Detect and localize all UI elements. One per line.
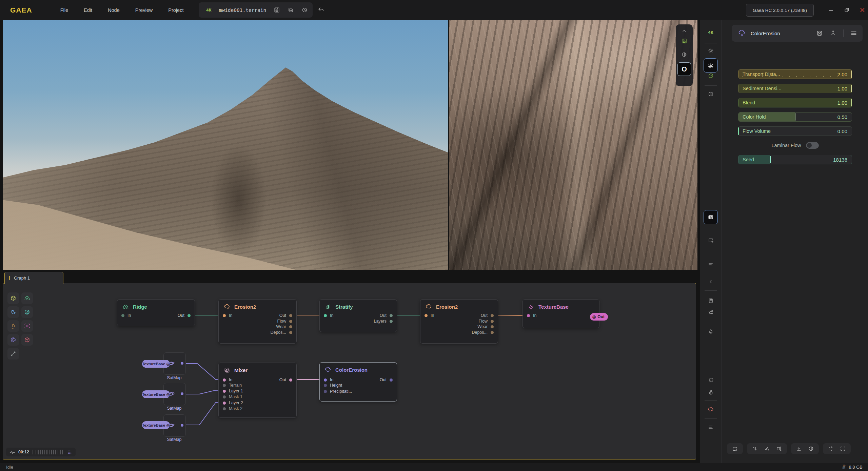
input-port[interactable] <box>223 378 226 382</box>
file-bar[interactable]: 4K mwide001.terrain <box>199 2 313 18</box>
menu-file[interactable]: File <box>53 7 76 13</box>
node-mixer[interactable]: Mixer In Terrain Layer 1 Mask 1 Layer 2 … <box>218 363 297 418</box>
input-port[interactable] <box>223 402 226 405</box>
rename-icon[interactable] <box>776 446 782 452</box>
output-port[interactable] <box>491 325 494 328</box>
color-palette-icon[interactable] <box>7 334 19 346</box>
primitives-cube-icon[interactable] <box>7 292 19 304</box>
add-frame-icon[interactable] <box>732 446 738 452</box>
input-port[interactable] <box>223 384 226 387</box>
node-erosion2-second[interactable]: Erosion2 In Out Flow Wear Depos... <box>420 299 498 344</box>
sun-icon[interactable] <box>700 46 721 55</box>
input-port[interactable] <box>425 314 428 317</box>
erosion-droplet-icon[interactable] <box>7 320 19 332</box>
menu-project[interactable]: Project <box>160 7 191 13</box>
utilities-cube-icon[interactable] <box>21 334 33 346</box>
wire-connection-icon[interactable] <box>7 348 19 360</box>
node-erosion2-first[interactable]: Erosion2 In Out Flow Wear Depos... <box>218 299 297 344</box>
graph-tab[interactable]: Graph 1 <box>4 272 63 284</box>
output-port[interactable] <box>390 378 393 382</box>
node-ridge[interactable]: Ridge In Out <box>117 299 195 326</box>
expose-parameters-icon[interactable] <box>830 30 836 37</box>
render-resolution-button[interactable]: 4K <box>700 27 721 37</box>
output-port[interactable] <box>390 314 393 317</box>
input-port[interactable] <box>527 314 530 317</box>
collapse-panel-icon[interactable] <box>700 277 721 286</box>
expand-fullscreen-icon[interactable] <box>840 446 846 452</box>
slider-flow-volume[interactable]: Flow Volume 0.00 <box>738 126 852 136</box>
contrast-icon[interactable] <box>681 49 687 60</box>
collapse-up-icon[interactable] <box>682 26 687 36</box>
slider-blend[interactable]: Blend 1.00 <box>738 98 852 107</box>
output-port[interactable] <box>289 325 292 328</box>
node-colorerosion[interactable]: ColorErosion In Height Precipitati... Ou… <box>319 362 397 402</box>
dots-grid-icon[interactable] <box>67 450 72 455</box>
viewport-3d-left[interactable] <box>3 20 448 270</box>
bake-flame-icon[interactable] <box>700 327 721 336</box>
laminar-flow-toggle[interactable] <box>806 142 819 149</box>
render-clock-icon[interactable] <box>700 71 721 80</box>
lookdev-moon-icon[interactable] <box>7 306 19 318</box>
slider-color-hold[interactable]: Color Hold 0.50 <box>738 112 852 122</box>
curve-angle-icon[interactable] <box>764 446 770 452</box>
portal-pill-texturebase[interactable]: TextureBase◎ <box>142 390 170 398</box>
input-port[interactable] <box>223 390 226 393</box>
input-port[interactable] <box>324 390 327 393</box>
output-port[interactable] <box>390 320 393 323</box>
engine-icon[interactable] <box>700 404 721 414</box>
overlay-mode-button[interactable]: O <box>677 62 691 76</box>
viewport-3d-right[interactable] <box>449 20 697 270</box>
output-port[interactable] <box>181 362 183 365</box>
slider-seed[interactable]: Seed 18136 <box>738 155 852 164</box>
add-view-icon[interactable] <box>700 236 721 245</box>
node-texturebase[interactable]: TextureBase In ◎ Out <box>522 299 599 328</box>
snapshot-save-icon[interactable] <box>681 36 687 46</box>
input-port[interactable] <box>324 314 327 317</box>
input-port[interactable] <box>324 378 327 382</box>
output-port[interactable] <box>181 392 183 395</box>
sunrise-lighting-button[interactable] <box>700 59 721 72</box>
input-port[interactable] <box>223 314 226 317</box>
sort-arrows-icon[interactable] <box>752 446 758 452</box>
menu-edit[interactable]: Edit <box>76 7 100 13</box>
input-port[interactable] <box>324 384 327 387</box>
version-badge[interactable]: Gaea RC 2.0.0.17 (J1BII8) <box>746 4 814 17</box>
properties-menu-icon[interactable] <box>850 30 857 37</box>
display-contrast-icon[interactable] <box>808 446 814 452</box>
effects-wave-icon[interactable] <box>21 320 33 332</box>
slider-transport-distance[interactable]: Transport Dista... 2.00 <box>738 69 852 79</box>
menu-node[interactable]: Node <box>100 7 127 13</box>
output-port[interactable] <box>491 314 494 317</box>
randomize-dice-icon[interactable] <box>816 30 823 37</box>
output-port[interactable] <box>289 320 292 323</box>
output-port[interactable] <box>289 378 292 382</box>
import-icon[interactable] <box>796 446 802 452</box>
history-icon[interactable] <box>301 7 308 13</box>
surface-hatch-icon[interactable] <box>21 306 33 318</box>
duplicate-icon[interactable] <box>288 7 294 13</box>
output-port[interactable] <box>491 320 494 323</box>
node-library-icon[interactable] <box>700 308 721 317</box>
pinned-output-badge[interactable]: ◎ Out <box>590 313 608 321</box>
portal-pill-texturebase[interactable]: TextureBase◎ <box>142 360 170 368</box>
output-port[interactable] <box>181 424 183 427</box>
bookmarks-icon[interactable] <box>700 296 721 305</box>
view-options-icon[interactable] <box>700 260 721 269</box>
input-port[interactable] <box>121 314 124 317</box>
graph-options-icon[interactable] <box>700 423 721 432</box>
output-port[interactable] <box>289 314 292 317</box>
restore-button[interactable] <box>842 0 852 20</box>
close-button[interactable] <box>857 0 867 20</box>
resources-bag-icon[interactable] <box>700 387 721 397</box>
split-view-button[interactable] <box>700 210 721 224</box>
collapse-all-icon[interactable] <box>828 446 834 452</box>
slider-sediment-density[interactable]: Sediment Densi... 1.00 <box>738 84 852 93</box>
input-port[interactable] <box>223 407 226 410</box>
output-port[interactable] <box>188 314 191 317</box>
undo-icon[interactable] <box>317 6 325 13</box>
refresh-swirl-icon[interactable] <box>700 375 721 384</box>
tonemap-icon[interactable] <box>700 89 721 99</box>
input-port[interactable] <box>223 395 226 398</box>
minimize-button[interactable] <box>826 0 836 20</box>
build-timeline-bar[interactable]: 00:12 <box>6 448 76 456</box>
